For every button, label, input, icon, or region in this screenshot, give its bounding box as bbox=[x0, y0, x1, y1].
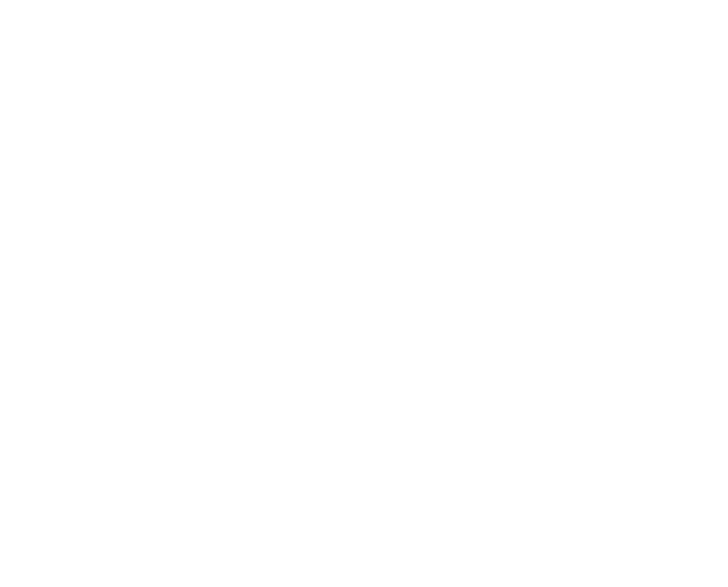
connection-lines bbox=[0, 0, 728, 587]
diagram bbox=[0, 0, 728, 587]
